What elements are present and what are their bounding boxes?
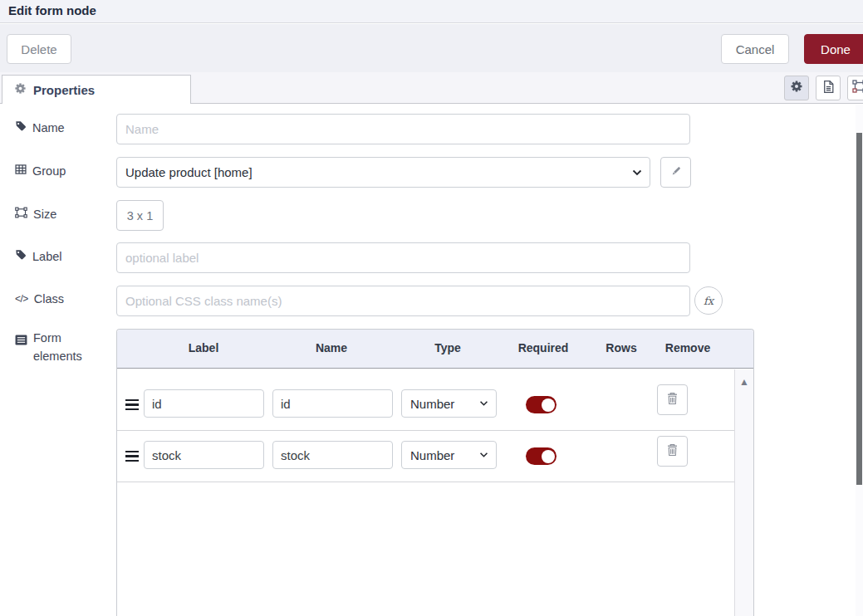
required-toggle[interactable] bbox=[526, 396, 557, 413]
element-label-input[interactable] bbox=[144, 389, 264, 418]
document-icon bbox=[822, 80, 835, 97]
properties-tab-button[interactable] bbox=[784, 76, 809, 100]
trash-icon bbox=[666, 392, 679, 408]
label-field-label: Label bbox=[15, 249, 61, 263]
toggle-knob bbox=[542, 398, 555, 412]
form-elements-field-label: Form elements bbox=[15, 329, 86, 365]
code-icon: </> bbox=[15, 293, 28, 305]
element-type-select[interactable]: Number bbox=[401, 441, 497, 469]
gear-icon bbox=[14, 82, 27, 97]
label-input[interactable] bbox=[116, 242, 690, 273]
appearance-tab-button[interactable] bbox=[847, 76, 863, 100]
table-scrollbar[interactable]: ▲ ▼ bbox=[734, 369, 753, 616]
table-row: Number bbox=[117, 379, 734, 431]
page-scrollbar[interactable] bbox=[856, 105, 863, 616]
tag-icon bbox=[15, 249, 27, 263]
tag-icon bbox=[15, 120, 27, 134]
form-elements-table-header: Label Name Type Required Rows Remove bbox=[117, 330, 753, 369]
column-header-required: Required bbox=[518, 341, 569, 354]
tab-properties[interactable]: Properties bbox=[2, 75, 191, 104]
delete-button[interactable]: Delete bbox=[7, 34, 71, 64]
description-tab-button[interactable] bbox=[816, 76, 841, 100]
fx-expression-button[interactable]: fx bbox=[694, 286, 723, 315]
done-button[interactable]: Done bbox=[804, 34, 863, 64]
group-field-label: Group bbox=[15, 164, 66, 178]
element-label-input[interactable] bbox=[144, 441, 264, 469]
column-header-label: Label bbox=[189, 341, 219, 354]
selection-box-icon bbox=[852, 80, 863, 96]
element-type-select[interactable]: Number bbox=[401, 389, 497, 418]
column-header-rows: Rows bbox=[606, 341, 636, 354]
form-elements-rows: Number Number bbox=[117, 369, 734, 616]
drag-handle-icon[interactable] bbox=[125, 451, 139, 464]
table-icon bbox=[15, 164, 27, 178]
remove-row-button[interactable] bbox=[657, 384, 688, 415]
column-header-name: Name bbox=[316, 341, 347, 354]
edit-group-button[interactable] bbox=[660, 157, 691, 188]
element-type-select-wrap: Number bbox=[401, 389, 497, 418]
object-group-icon bbox=[15, 207, 27, 221]
fx-icon: fx bbox=[704, 295, 713, 307]
page-scrollbar-thumb[interactable] bbox=[856, 133, 862, 485]
drag-handle-icon[interactable] bbox=[125, 399, 139, 413]
gear-icon bbox=[790, 80, 803, 96]
column-header-type: Type bbox=[434, 341, 461, 354]
element-name-input[interactable] bbox=[272, 441, 393, 469]
element-type-select-wrap: Number bbox=[401, 441, 497, 469]
properties-panel: Name Group Update product [home] Size 3 … bbox=[0, 104, 863, 616]
scroll-up-icon[interactable]: ▲ bbox=[735, 376, 753, 388]
class-input[interactable] bbox=[116, 286, 690, 316]
name-field-label: Name bbox=[15, 120, 65, 134]
dialog-tabbar: Properties bbox=[0, 72, 863, 104]
required-toggle[interactable] bbox=[526, 447, 557, 465]
form-elements-table: Label Name Type Required Rows Remove Num… bbox=[116, 329, 754, 616]
name-input[interactable] bbox=[116, 114, 690, 144]
dialog-buttonbar: Delete Cancel Done bbox=[0, 24, 863, 72]
group-select-wrap: Update product [home] bbox=[116, 157, 650, 188]
pencil-icon bbox=[670, 165, 682, 180]
tab-properties-label: Properties bbox=[33, 83, 95, 97]
column-header-remove: Remove bbox=[665, 341, 710, 354]
trash-icon bbox=[666, 443, 679, 460]
toggle-knob bbox=[542, 450, 555, 463]
class-field-label: </> Class bbox=[15, 292, 64, 306]
edit-form-node-dialog: Edit form node Delete Cancel Done Proper… bbox=[0, 0, 863, 616]
size-button[interactable]: 3 x 1 bbox=[116, 200, 164, 231]
element-name-input[interactable] bbox=[272, 389, 393, 418]
table-row: Number bbox=[117, 431, 734, 482]
size-field-label: Size bbox=[15, 207, 56, 221]
dialog-titlebar: Edit form node bbox=[0, 0, 863, 23]
cancel-button[interactable]: Cancel bbox=[721, 34, 789, 64]
dialog-title: Edit form node bbox=[8, 3, 96, 17]
remove-row-button[interactable] bbox=[657, 436, 688, 467]
group-select[interactable]: Update product [home] bbox=[116, 157, 650, 188]
list-alt-icon bbox=[15, 332, 27, 350]
